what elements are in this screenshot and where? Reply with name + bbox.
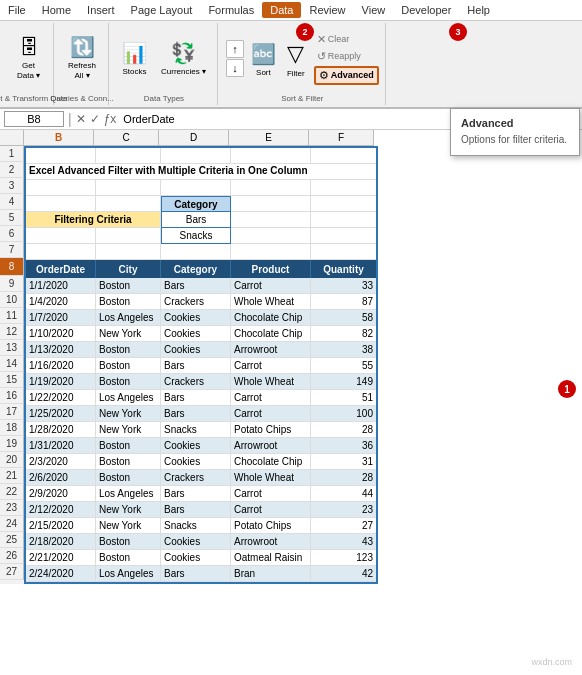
cell[interactable]: Chocolate Chip (231, 454, 311, 470)
cell[interactable] (161, 180, 231, 196)
cell[interactable]: 1/4/2020 (26, 294, 96, 310)
stocks-button[interactable]: 📊 Stocks (117, 38, 152, 79)
cell[interactable]: 2/9/2020 (26, 486, 96, 502)
menu-review[interactable]: Review (301, 2, 353, 18)
cell[interactable]: 82 (311, 326, 376, 342)
cell[interactable]: 58 (311, 310, 376, 326)
menu-help[interactable]: Help (459, 2, 498, 18)
cell[interactable]: Potato Chips (231, 518, 311, 534)
cell[interactable]: Bars (161, 502, 231, 518)
cell[interactable]: 33 (311, 278, 376, 294)
cell[interactable]: 2/12/2020 (26, 502, 96, 518)
cancel-formula-icon[interactable]: ✕ (76, 112, 86, 126)
cell[interactable]: Arrowroot (231, 342, 311, 358)
cell[interactable]: Potato Chips (231, 422, 311, 438)
cell[interactable]: Snacks (161, 518, 231, 534)
cell[interactable]: 1/19/2020 (26, 374, 96, 390)
cell[interactable]: Boston (96, 534, 161, 550)
cell[interactable]: 28 (311, 470, 376, 486)
cell[interactable] (96, 148, 161, 164)
cell[interactable] (26, 228, 96, 244)
cell[interactable]: 1/7/2020 (26, 310, 96, 326)
cell[interactable]: Cookies (161, 342, 231, 358)
cell[interactable]: Cookies (161, 326, 231, 342)
menu-developer[interactable]: Developer (393, 2, 459, 18)
cell[interactable] (231, 244, 311, 260)
menu-view[interactable]: View (354, 2, 394, 18)
cell[interactable]: 36 (311, 438, 376, 454)
menu-data[interactable]: Data (262, 2, 301, 18)
cell[interactable]: Carrot (231, 358, 311, 374)
cell[interactable] (96, 180, 161, 196)
cell[interactable]: New York (96, 518, 161, 534)
cell[interactable]: Boston (96, 374, 161, 390)
cell[interactable]: Chocolate Chip (231, 326, 311, 342)
cell[interactable]: 1/1/2020 (26, 278, 96, 294)
cell[interactable]: 1/22/2020 (26, 390, 96, 406)
cell[interactable]: Boston (96, 438, 161, 454)
cell[interactable]: 27 (311, 518, 376, 534)
cell[interactable]: 2/18/2020 (26, 534, 96, 550)
cell[interactable]: Cookies (161, 534, 231, 550)
cell[interactable]: Boston (96, 454, 161, 470)
cell[interactable]: Arrowroot (231, 438, 311, 454)
cell[interactable]: Chocolate Chip (231, 310, 311, 326)
cell[interactable]: Boston (96, 278, 161, 294)
cell[interactable] (26, 196, 96, 212)
cell[interactable]: New York (96, 422, 161, 438)
cell[interactable]: 23 (311, 502, 376, 518)
orderdate-header[interactable]: OrderDate (26, 260, 96, 278)
currencies-button[interactable]: 💱 Currencies ▾ (156, 38, 211, 79)
city-header[interactable]: City (96, 260, 161, 278)
cell[interactable] (26, 180, 96, 196)
cell[interactable] (311, 148, 376, 164)
cell[interactable] (231, 148, 311, 164)
refresh-all-button[interactable]: 🔃 RefreshAll ▾ (62, 25, 102, 91)
cell[interactable]: 2/24/2020 (26, 566, 96, 582)
cell[interactable]: 31 (311, 454, 376, 470)
cell[interactable] (231, 180, 311, 196)
cell[interactable]: Carrot (231, 486, 311, 502)
category-header[interactable]: Category (161, 260, 231, 278)
cell[interactable]: 1/10/2020 (26, 326, 96, 342)
cell[interactable]: 1/16/2020 (26, 358, 96, 374)
cell[interactable]: Los Angeles (96, 566, 161, 582)
cell[interactable]: Boston (96, 550, 161, 566)
menu-insert[interactable]: Insert (79, 2, 123, 18)
cell[interactable]: 123 (311, 550, 376, 566)
cell[interactable]: 2/6/2020 (26, 470, 96, 486)
cell[interactable]: 44 (311, 486, 376, 502)
cell[interactable]: Snacks (161, 422, 231, 438)
cell[interactable]: Whole Wheat (231, 294, 311, 310)
cell[interactable]: 149 (311, 374, 376, 390)
cell[interactable]: Bars (161, 278, 231, 294)
cell[interactable]: Boston (96, 470, 161, 486)
cell[interactable]: Boston (96, 342, 161, 358)
cell[interactable]: 1/31/2020 (26, 438, 96, 454)
sort-button[interactable]: 🔤 Sort (247, 38, 280, 79)
cell[interactable] (311, 212, 376, 228)
cell[interactable]: Los Angeles (96, 310, 161, 326)
cell[interactable] (26, 244, 96, 260)
cell[interactable]: Boston (96, 358, 161, 374)
cell[interactable]: Bars (161, 566, 231, 582)
clear-button[interactable]: ✕ Clear (314, 32, 379, 47)
cell[interactable]: Whole Wheat (231, 374, 311, 390)
cell[interactable]: 28 (311, 422, 376, 438)
cell[interactable] (96, 228, 161, 244)
cell[interactable]: Cookies (161, 550, 231, 566)
cell[interactable]: Bars (161, 390, 231, 406)
cell[interactable]: 38 (311, 342, 376, 358)
cell[interactable] (231, 228, 311, 244)
cell[interactable]: Bars (161, 358, 231, 374)
cell[interactable]: 100 (311, 406, 376, 422)
cell[interactable]: Cookies (161, 454, 231, 470)
cell[interactable]: 2/15/2020 (26, 518, 96, 534)
sort-az-button[interactable]: ↑ (226, 40, 244, 58)
cell[interactable]: 1/13/2020 (26, 342, 96, 358)
menu-page-layout[interactable]: Page Layout (123, 2, 201, 18)
cell[interactable] (161, 244, 231, 260)
menu-formulas[interactable]: Formulas (200, 2, 262, 18)
quantity-header[interactable]: Quantity (311, 260, 376, 278)
cell[interactable]: Carrot (231, 502, 311, 518)
